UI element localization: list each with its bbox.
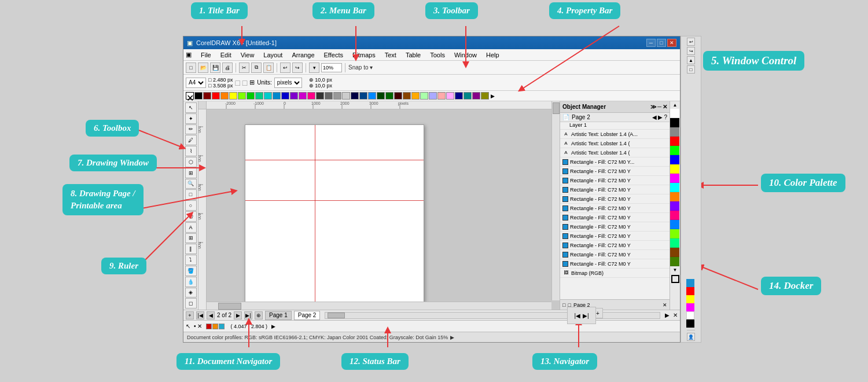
palette-spring[interactable]: [670, 238, 679, 248]
menu-item-bitmaps[interactable]: Bitmaps: [350, 51, 378, 59]
shape-tool[interactable]: ⬡: [185, 157, 197, 167]
docker-menu-btn[interactable]: ≫: [650, 104, 656, 110]
arrow-btn[interactable]: ↖: [186, 323, 190, 329]
purple-swatch[interactable]: [290, 92, 298, 100]
menu-item-arrange[interactable]: Arrange: [289, 51, 317, 59]
scroll-thumb-h[interactable]: [218, 303, 241, 310]
outer-btn-4[interactable]: □: [687, 65, 695, 74]
docker-item-12[interactable]: Rectangle - Fill: C72 M0 Y: [560, 241, 670, 250]
docker-item-7[interactable]: Rectangle - Fill: C72 M0 Y: [560, 194, 670, 204]
dark-blue-swatch[interactable]: [281, 92, 289, 100]
docker-add-btn[interactable]: ?: [664, 114, 667, 120]
copy-button[interactable]: ⧉: [251, 63, 262, 73]
gray-swatch[interactable]: [325, 92, 333, 100]
magenta-swatch[interactable]: [299, 92, 307, 100]
select-tool[interactable]: ↖: [185, 102, 197, 113]
palette-chartreuse[interactable]: [670, 229, 679, 238]
palette-gray[interactable]: [670, 127, 679, 137]
paste-button[interactable]: 📋: [263, 63, 274, 73]
op-magenta[interactable]: [686, 303, 694, 311]
darkmagenta-swatch[interactable]: [472, 92, 480, 100]
docker-item-2[interactable]: A Artistic Text: Lobster 1.4 (: [560, 148, 670, 157]
palette-white[interactable]: [670, 109, 679, 118]
teal-swatch[interactable]: [255, 92, 263, 100]
docker-item-5[interactable]: Rectangle - Fill: C72 M0 Y: [560, 176, 670, 185]
crop-tool[interactable]: ⊞: [185, 168, 197, 178]
dark-red-swatch[interactable]: [203, 92, 211, 100]
sky-swatch[interactable]: [368, 92, 376, 100]
page-size-select[interactable]: A4: [186, 78, 206, 88]
polygon-tool[interactable]: ⬠: [185, 211, 197, 222]
docker-item-0[interactable]: A Artistic Text: Lobster 1.4 (A...: [560, 130, 670, 139]
page-tab-1[interactable]: Page 1: [265, 311, 292, 320]
transparency-tool[interactable]: ◻: [185, 298, 197, 308]
outer-btn-2[interactable]: ↪: [687, 47, 695, 55]
menu-item-view[interactable]: View: [238, 51, 257, 59]
close-button[interactable]: ✕: [667, 39, 676, 47]
menu-item-help[interactable]: Help: [484, 51, 502, 59]
op-yellow[interactable]: [686, 295, 694, 303]
last-page-btn[interactable]: ▶|: [244, 311, 252, 319]
next-page-btn[interactable]: ▶: [234, 311, 242, 319]
docker-scroll-down[interactable]: ✕: [663, 302, 667, 308]
redo-button[interactable]: ↪: [292, 63, 303, 73]
page-close-btn[interactable]: ✕: [673, 312, 678, 318]
lavender-swatch[interactable]: [446, 92, 454, 100]
docker-item-4[interactable]: Rectangle - Fill: C72 M0 Y: [560, 167, 670, 176]
royal-swatch[interactable]: [359, 92, 367, 100]
menu-item-tools[interactable]: Tools: [428, 51, 447, 59]
text-tool[interactable]: A: [185, 222, 197, 233]
zoom-tool[interactable]: 🔍: [185, 179, 197, 189]
docker-item-14[interactable]: Rectangle - Fill: C72 M0 Y: [560, 259, 670, 269]
mini-orange[interactable]: [212, 324, 218, 329]
menu-item-edit[interactable]: Edit: [218, 51, 234, 59]
darkgray-swatch[interactable]: [316, 92, 324, 100]
palette-red[interactable]: [670, 137, 679, 146]
zoom-select[interactable]: ▾: [309, 63, 319, 73]
connector-tool[interactable]: ⤵: [185, 255, 197, 265]
palette-yellow[interactable]: [670, 164, 679, 174]
expand-btn[interactable]: ▶: [271, 324, 275, 329]
pick-tool[interactable]: ✦: [185, 113, 197, 124]
x-btn[interactable]: ✕: [197, 323, 202, 329]
lime-swatch[interactable]: [238, 92, 246, 100]
no-color-swatch[interactable]: ✕: [186, 92, 194, 100]
maximize-button[interactable]: □: [657, 39, 666, 47]
lightgray-swatch[interactable]: [342, 92, 350, 100]
blue-swatch[interactable]: [273, 92, 281, 100]
op-white[interactable]: [686, 311, 694, 319]
dropper-tool[interactable]: 💧: [185, 277, 197, 287]
table-tool[interactable]: ⊞: [185, 233, 197, 244]
mini-cyan[interactable]: [219, 324, 225, 329]
palette-hotpink[interactable]: [670, 211, 679, 220]
palette-scroll-up[interactable]: ▲: [670, 101, 680, 109]
darkgreen-swatch[interactable]: [377, 92, 385, 100]
menu-item-layout[interactable]: Layout: [261, 51, 285, 59]
docker-minimize-btn[interactable]: ─: [657, 104, 661, 110]
navy-swatch[interactable]: [351, 92, 359, 100]
mini-red[interactable]: [206, 324, 212, 329]
add-page-btn[interactable]: +: [186, 311, 194, 319]
pink-swatch[interactable]: [307, 92, 315, 100]
palegreen-swatch[interactable]: [420, 92, 428, 100]
page-scrollbar[interactable]: [325, 312, 660, 319]
forest-swatch[interactable]: [385, 92, 393, 100]
menu-item-file[interactable]: File: [198, 51, 214, 59]
amber-swatch[interactable]: [411, 92, 420, 100]
nav-left-btn[interactable]: |◀: [574, 313, 580, 319]
menu-item-effects[interactable]: Effects: [322, 51, 345, 59]
palette-orange[interactable]: [670, 192, 679, 201]
periwinkle-swatch[interactable]: [429, 92, 437, 100]
brown-swatch[interactable]: [403, 92, 411, 100]
new-button[interactable]: □: [186, 63, 196, 73]
palette-black[interactable]: [670, 118, 679, 127]
palette-arrow-down[interactable]: ▼: [670, 266, 680, 274]
red-swatch[interactable]: [212, 92, 220, 100]
black-swatch[interactable]: [194, 92, 203, 100]
palette-green[interactable]: [670, 146, 679, 155]
docker-item-bitmap[interactable]: 🖼 Bitmap (RGB): [560, 269, 670, 278]
yellow-swatch[interactable]: [229, 92, 237, 100]
palette-violet[interactable]: [670, 201, 679, 211]
bezier-tool[interactable]: ⌇: [185, 146, 197, 156]
page-tab-2[interactable]: Page 2: [294, 311, 321, 320]
